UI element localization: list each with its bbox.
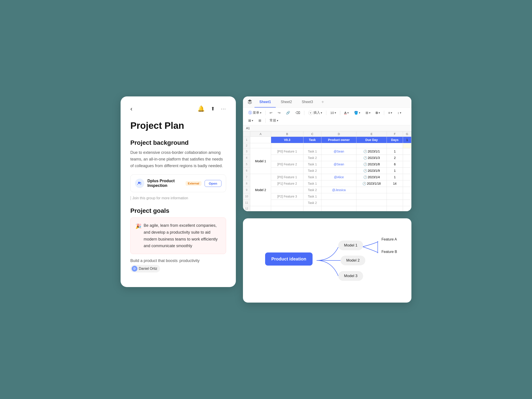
corner-cell xyxy=(243,132,250,137)
back-button[interactable]: ‹ xyxy=(130,106,132,112)
row-num: 1 xyxy=(243,137,250,143)
col-header-f[interactable]: F xyxy=(387,132,403,137)
mindmap-model2: Model 2 xyxy=(341,256,365,265)
table-row: 2 xyxy=(243,143,412,148)
top-bar: ‹ 🔔 ⬆ ··· xyxy=(130,105,226,112)
join-hint: Join this group for more information xyxy=(130,196,226,200)
open-button[interactable]: Open xyxy=(205,180,222,187)
mindmap-panel: Product ideation Model 1 Model 2 Model 3… xyxy=(243,218,412,303)
freeze-button[interactable]: ⊠ ▾ xyxy=(246,117,255,124)
group-card: Dplus Product Inspection External Open xyxy=(130,174,226,192)
external-badge: External xyxy=(185,181,201,186)
link-button[interactable]: 🔗 xyxy=(284,110,292,116)
model1-cell: Model 1 xyxy=(250,148,271,174)
valign-button[interactable]: ↕ ▾ xyxy=(395,110,403,116)
insert-button[interactable]: ＋ 插入 ▾ xyxy=(306,109,324,116)
mindmap-feature-b: Feature B xyxy=(381,250,397,254)
right-panels: Sheet1 Sheet2 Sheet3 + Ⓢ 菜单 ▾ ↩ ↪ 🔗 ⌫ xyxy=(243,96,412,303)
format-button[interactable]: 常規 ▾ xyxy=(267,117,280,124)
cell-b1[interactable]: V0.3 xyxy=(271,137,304,143)
group-name: Dplus Product Inspection xyxy=(147,179,181,188)
cell-g1[interactable]: 1 xyxy=(403,137,411,143)
table-row: 1 V0.3 Task Product owner Due Day Days 1 xyxy=(243,137,412,143)
add-tab-button[interactable]: + xyxy=(318,97,328,107)
undo-button[interactable]: ↩ xyxy=(267,110,275,116)
share-icon[interactable]: ⬆ xyxy=(211,106,215,112)
cell-f1[interactable]: Days xyxy=(387,137,403,143)
col-header-e[interactable]: E xyxy=(356,132,387,137)
bold-button[interactable]: B ▾ xyxy=(374,110,382,116)
svg-point-1 xyxy=(140,182,141,183)
svg-point-0 xyxy=(138,182,140,184)
background-section-title: Project background xyxy=(130,139,226,146)
mindmap-feature-a: Feature A xyxy=(381,237,397,241)
group-icon xyxy=(135,179,144,188)
cell-reference-bar[interactable]: A1 xyxy=(243,125,412,131)
bg-color-button[interactable]: 🪣 ▾ xyxy=(352,110,362,116)
cell-c1[interactable]: Task xyxy=(303,137,321,143)
avatar: D xyxy=(132,266,137,272)
mindmap-container: Product ideation Model 1 Model 2 Model 3… xyxy=(256,229,398,291)
col-header-d[interactable]: D xyxy=(321,132,356,137)
col-header-g[interactable]: G xyxy=(403,132,411,137)
layers-icon xyxy=(247,99,252,105)
mindmap-center-node: Product ideation xyxy=(265,253,313,266)
notification-icon[interactable]: 🔔 xyxy=(197,105,205,112)
more-icon[interactable]: ··· xyxy=(221,106,226,111)
mindmap-model3: Model 3 xyxy=(338,271,363,281)
spreadsheet-panel: Sheet1 Sheet2 Sheet3 + Ⓢ 菜单 ▾ ↩ ↪ 🔗 ⌫ xyxy=(243,96,412,211)
tab-sheet2[interactable]: Sheet2 xyxy=(276,97,297,108)
col-header-a[interactable]: A xyxy=(250,132,271,137)
redo-button[interactable]: ↪ xyxy=(276,110,283,116)
table-row: 7 Model 2 [P0] Feature 1 Task 1 @Alice 🕐… xyxy=(243,174,412,180)
avatar-chip: D Daniel Ortiz xyxy=(130,265,160,272)
col-header-b[interactable]: B xyxy=(271,132,304,137)
cell-d1[interactable]: Product owner xyxy=(321,137,356,143)
productivity-label2: productivity xyxy=(179,259,200,263)
menu-button[interactable]: Ⓢ 菜单 ▾ xyxy=(246,109,264,116)
sheet-tabs: Sheet1 Sheet2 Sheet3 + xyxy=(243,96,412,108)
eraser-button[interactable]: ⌫ xyxy=(293,110,302,116)
left-panel: ‹ 🔔 ⬆ ··· Project Plan Project backgroun… xyxy=(120,96,236,287)
table-row: 3 Model 1 [P0] Feature 1 Task 1 @Sean 🕐2… xyxy=(243,148,412,155)
cell-a1[interactable] xyxy=(250,137,271,143)
goals-section-title: Project goals xyxy=(130,207,226,214)
goal-emoji: 🎉 xyxy=(135,222,141,230)
cell-e1[interactable]: Due Day xyxy=(356,137,387,143)
tab-sheet1[interactable]: Sheet1 xyxy=(254,97,276,108)
spreadsheet-table: A B C D E F G 1 V0.3 Task xyxy=(243,131,412,211)
model2-cell: Model 2 xyxy=(250,174,271,206)
productivity-label: Build a product that boosts xyxy=(130,259,177,263)
table-row: 12 xyxy=(243,206,412,211)
background-text: Due to extensive cross-border collaborat… xyxy=(130,149,226,169)
tab-sheet3[interactable]: Sheet3 xyxy=(297,97,318,108)
toolbar: Ⓢ 菜单 ▾ ↩ ↪ 🔗 ⌫ ＋ 插入 ▾ 10 ▾ xyxy=(243,108,412,125)
font-color-button[interactable]: A ▾ xyxy=(342,110,351,116)
grid-button[interactable]: ⊞ xyxy=(256,117,264,124)
goal-text: Be agile, learn from excellent companies… xyxy=(144,222,221,249)
goal-card: 🎉 Be agile, learn from excellent compani… xyxy=(130,217,226,254)
mindmap-model1: Model 1 xyxy=(338,241,363,250)
align-button[interactable]: ≡ ▾ xyxy=(386,110,394,116)
table-button[interactable]: ⊞ ▾ xyxy=(363,110,373,116)
page-title: Project Plan xyxy=(130,120,226,131)
productivity-line: Build a product that boosts productivity… xyxy=(130,259,226,272)
avatar-name: Daniel Ortiz xyxy=(139,267,157,271)
font-size-button[interactable]: 10 ▾ xyxy=(328,110,338,116)
col-header-c[interactable]: C xyxy=(303,132,321,137)
